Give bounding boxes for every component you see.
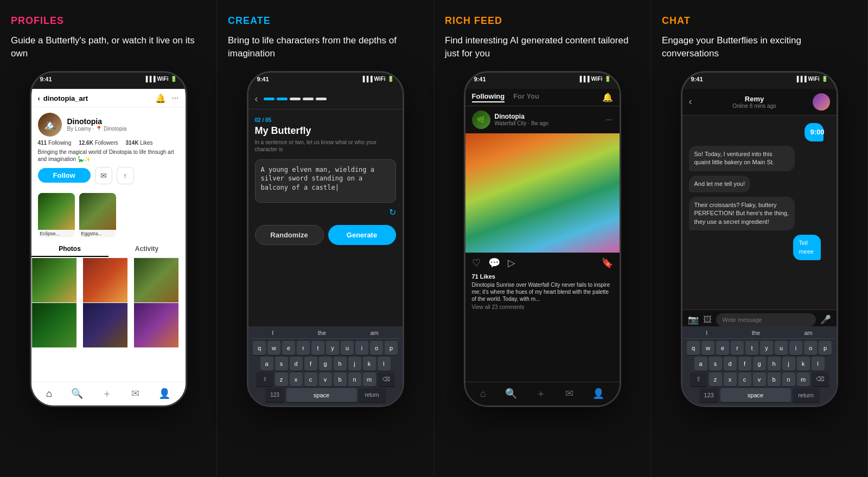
thumb-card-1[interactable]: Eclipse... [38,193,75,237]
thumb-card-2[interactable]: Eggstra... [79,193,116,237]
home-icon-3[interactable]: ⌂ [480,388,486,399]
key-e[interactable]: e [282,341,295,355]
key-backspace[interactable]: ⌫ [378,372,395,386]
tab-for-you[interactable]: For You [513,92,539,102]
photo-cell-6[interactable] [134,303,178,347]
chat-key-o[interactable]: o [804,341,817,355]
key-a[interactable]: a [260,357,273,371]
sugg-am[interactable]: am [370,330,378,336]
generate-btn[interactable]: Generate [328,225,396,245]
add-icon[interactable]: ＋ [102,387,112,400]
key-s[interactable]: s [275,357,288,371]
bell-icon[interactable]: 🔔 [155,93,166,104]
image-icon[interactable]: 🖼 [703,315,712,325]
key-u[interactable]: u [341,341,354,355]
chat-key-return[interactable]: return [793,388,820,402]
key-c[interactable]: c [304,372,317,386]
chat-key-x[interactable]: x [724,372,737,386]
chat-back-btn[interactable]: ‹ [689,96,692,107]
key-t[interactable]: t [311,341,324,355]
camera-icon[interactable]: 📷 [688,314,699,325]
sugg-the-chat[interactable]: the [752,330,760,336]
chat-key-u[interactable]: u [775,341,788,355]
share-icon[interactable]: ▷ [508,257,515,269]
chat-key-l[interactable]: l [812,357,825,371]
photo-cell-2[interactable] [83,258,127,302]
key-p[interactable]: p [385,341,398,355]
key-j[interactable]: j [348,357,361,371]
chat-key-shift[interactable]: ⇧ [690,372,707,386]
key-v[interactable]: v [319,372,332,386]
chat-key-c[interactable]: c [738,372,751,386]
key-i[interactable]: i [355,341,368,355]
chat-key-k[interactable]: k [797,357,810,371]
key-o[interactable]: o [370,341,383,355]
chat-key-r[interactable]: r [731,341,744,355]
chat-key-e[interactable]: e [716,341,729,355]
chat-key-q[interactable]: q [687,341,700,355]
chat-key-f[interactable]: f [738,357,751,371]
profile-icon[interactable]: 👤 [158,388,170,399]
key-space[interactable]: space [286,388,357,402]
profile-icon-3[interactable]: 👤 [592,388,604,399]
key-k[interactable]: k [363,357,376,371]
share-icon-btn[interactable]: ↑ [117,167,134,184]
chat-input-field[interactable] [716,313,816,326]
key-h[interactable]: h [334,357,347,371]
key-m[interactable]: m [363,372,376,386]
create-textarea[interactable]: A young elven man, wielding a silver swo… [255,159,396,203]
chat-key-h[interactable]: h [768,357,781,371]
key-f[interactable]: f [304,357,317,371]
tab-activity[interactable]: Activity [108,242,186,257]
chat-key-123[interactable]: 123 [699,388,719,402]
chat-key-a[interactable]: a [694,357,707,371]
follow-button[interactable]: Follow [38,168,91,183]
chat-key-p[interactable]: p [819,341,832,355]
feed-notif-icon[interactable]: 🔔 [602,92,613,102]
chat-key-space[interactable]: space [720,388,791,402]
feed-more-icon[interactable]: ··· [605,115,612,125]
chat-key-i[interactable]: i [789,341,802,355]
chat-key-z[interactable]: z [709,372,722,386]
key-g[interactable]: g [319,357,332,371]
key-shift[interactable]: ⇧ [256,372,273,386]
sugg-the[interactable]: the [318,330,326,336]
key-b[interactable]: b [334,372,347,386]
chat-key-backspace[interactable]: ⌫ [812,372,829,386]
create-back-btn[interactable]: ‹ [255,93,258,105]
photo-cell-1[interactable] [32,258,76,302]
chat-key-g[interactable]: g [753,357,766,371]
tab-photos[interactable]: Photos [31,242,108,257]
home-icon[interactable]: ⌂ [46,388,52,399]
chat-key-d[interactable]: d [724,357,737,371]
search-icon[interactable]: 🔍 [71,388,83,399]
photo-cell-3[interactable] [134,258,178,302]
chat-key-t[interactable]: t [745,341,758,355]
mic-icon[interactable]: 🎤 [820,314,831,325]
chat-key-v[interactable]: v [753,372,766,386]
chat-key-j[interactable]: j [782,357,795,371]
key-q[interactable]: q [253,341,266,355]
sugg-i-chat[interactable]: I [706,330,707,336]
key-123[interactable]: 123 [265,388,285,402]
search-icon-3[interactable]: 🔍 [505,388,517,399]
feed-comments-link[interactable]: View all 23 comments [465,304,620,310]
comment-icon[interactable]: 💬 [488,257,500,269]
chat-key-n[interactable]: n [782,372,795,386]
add-icon-3[interactable]: ＋ [536,387,546,400]
key-w[interactable]: w [267,341,280,355]
photo-cell-5[interactable] [83,303,127,347]
key-d[interactable]: d [290,357,303,371]
msg-icon-3[interactable]: ✉ [565,388,573,399]
chat-key-w[interactable]: w [701,341,714,355]
chat-key-y[interactable]: y [760,341,773,355]
randomize-btn[interactable]: Randomize [255,225,324,245]
key-y[interactable]: y [326,341,339,355]
key-r[interactable]: r [297,341,310,355]
key-n[interactable]: n [348,372,361,386]
back-icon[interactable]: ‹ [38,94,40,102]
chat-key-b[interactable]: b [768,372,781,386]
chat-key-s[interactable]: s [709,357,722,371]
bookmark-icon[interactable]: 🔖 [601,257,613,269]
sugg-am-chat[interactable]: am [804,330,812,336]
